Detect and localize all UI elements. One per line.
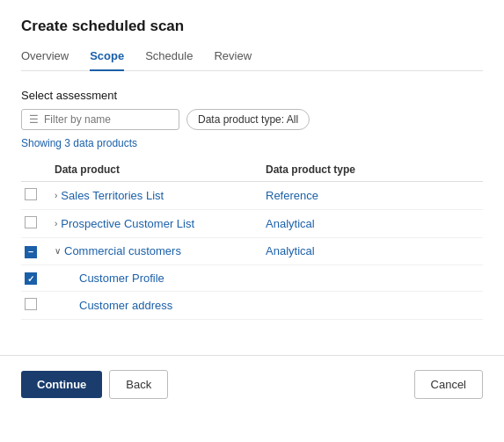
product-name-link[interactable]: Customer Profile <box>79 272 164 285</box>
tab-scope[interactable]: Scope <box>90 49 124 71</box>
product-name-link[interactable]: Prospective Customer List <box>61 217 194 230</box>
filter-row: ☰ Data product type: All <box>21 109 483 130</box>
product-name-link[interactable]: Commercial customers <box>64 244 181 257</box>
product-name-link[interactable]: Sales Territories List <box>61 189 164 202</box>
chevron-right-icon[interactable]: › <box>55 219 57 228</box>
filter-icon: ☰ <box>29 113 39 126</box>
product-type-button[interactable]: Data product type: All <box>186 109 310 130</box>
continue-button[interactable]: Continue <box>21 371 102 398</box>
tab-schedule[interactable]: Schedule <box>145 49 193 71</box>
showing-count: Showing 3 data products <box>21 137 483 149</box>
table-row: Customer address <box>21 292 483 320</box>
cancel-button[interactable]: Cancel <box>414 370 483 399</box>
table-row: ›Sales Territories ListReference <box>21 182 483 210</box>
row-name: ›Sales Territories List <box>55 189 259 202</box>
tabs: Overview Scope Schedule Review <box>21 49 483 71</box>
col-header-product: Data product <box>47 158 259 182</box>
chevron-right-icon[interactable]: › <box>55 191 57 200</box>
row-name: Customer Profile <box>55 272 259 285</box>
table-row: ›Prospective Customer ListAnalytical <box>21 210 483 238</box>
row-name: Customer address <box>55 299 259 312</box>
section-label: Select assessment <box>21 89 483 102</box>
product-type: Analytical <box>266 217 315 230</box>
row-checkbox[interactable] <box>25 298 37 310</box>
tab-overview[interactable]: Overview <box>21 49 69 71</box>
back-button[interactable]: Back <box>109 370 168 399</box>
row-checkbox[interactable] <box>25 272 37 285</box>
page-title: Create scheduled scan <box>21 18 483 35</box>
col-header-type: Data product type <box>259 158 483 182</box>
tab-review[interactable]: Review <box>214 49 252 71</box>
data-table: Data product Data product type ›Sales Te… <box>21 158 483 320</box>
page-container: Create scheduled scan Overview Scope Sch… <box>0 0 504 442</box>
product-type: Analytical <box>266 244 315 257</box>
chevron-down-icon[interactable]: ∨ <box>55 246 61 256</box>
row-checkbox[interactable] <box>25 188 37 200</box>
table-row: Customer Profile <box>21 264 483 292</box>
row-checkbox[interactable] <box>25 246 37 258</box>
row-checkbox[interactable] <box>25 216 37 228</box>
filter-by-name-input[interactable] <box>44 113 158 126</box>
col-header-checkbox <box>21 158 47 182</box>
product-name-link[interactable]: Customer address <box>79 299 172 312</box>
product-type: Reference <box>266 189 318 202</box>
table-row: ∨Commercial customersAnalytical <box>21 238 483 265</box>
footer: Continue Back Cancel <box>0 355 504 413</box>
row-name: ∨Commercial customers <box>55 244 259 257</box>
row-name: ›Prospective Customer List <box>55 217 259 230</box>
filter-input-container: ☰ <box>21 109 179 130</box>
